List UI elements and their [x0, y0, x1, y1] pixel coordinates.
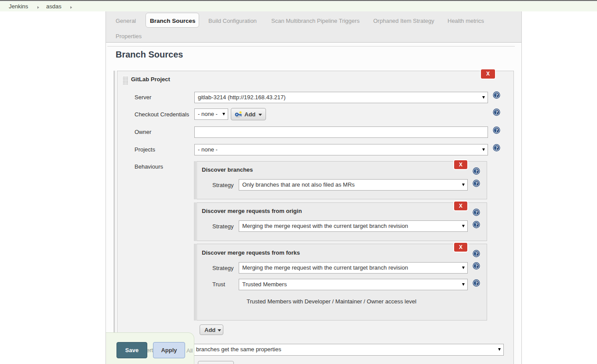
svg-text:?: ?: [495, 127, 498, 133]
svg-text:?: ?: [475, 180, 477, 187]
svg-text:?: ?: [475, 209, 477, 216]
svg-text:?: ?: [495, 109, 498, 115]
svg-text:?: ?: [495, 92, 498, 98]
svg-text:?: ?: [475, 280, 477, 286]
svg-text:?: ?: [475, 222, 477, 228]
svg-text:?: ?: [475, 251, 477, 257]
svg-text:?: ?: [475, 263, 477, 269]
svg-text:?: ?: [475, 168, 477, 174]
svg-text:?: ?: [495, 145, 498, 151]
